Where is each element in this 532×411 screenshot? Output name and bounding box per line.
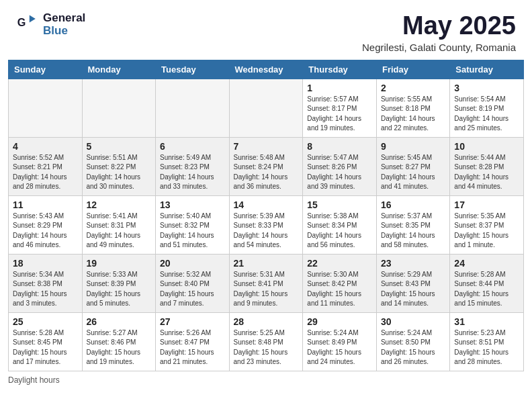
cell-info: Sunrise: 5:45 AM Sunset: 8:27 PM Dayligh… [381,153,445,192]
table-row [156,79,230,137]
table-row: 27Sunrise: 5:26 AM Sunset: 8:47 PM Dayli… [156,312,230,371]
table-row: 17Sunrise: 5:35 AM Sunset: 8:37 PM Dayli… [450,195,524,254]
month-year-title: May 2025 [362,12,516,40]
location-subtitle: Negrilesti, Galati County, Romania [362,42,516,53]
header-sunday: Sunday [9,60,83,79]
table-row: 11Sunrise: 5:43 AM Sunset: 8:29 PM Dayli… [9,195,83,254]
cell-info: Sunrise: 5:26 AM Sunset: 8:47 PM Dayligh… [160,328,225,367]
day-number: 10 [454,141,519,152]
table-row: 13Sunrise: 5:40 AM Sunset: 8:32 PM Dayli… [156,195,230,254]
table-row: 16Sunrise: 5:37 AM Sunset: 8:35 PM Dayli… [376,195,449,254]
cell-info: Sunrise: 5:47 AM Sunset: 8:26 PM Dayligh… [307,153,372,192]
cell-info: Sunrise: 5:38 AM Sunset: 8:34 PM Dayligh… [307,212,372,250]
cell-info: Sunrise: 5:33 AM Sunset: 8:39 PM Dayligh… [87,270,152,309]
daylight-label: Daylight hours [8,375,60,385]
table-row: 22Sunrise: 5:30 AM Sunset: 8:42 PM Dayli… [303,254,377,312]
cell-info: Sunrise: 5:55 AM Sunset: 8:18 PM Dayligh… [381,95,445,134]
day-number: 26 [87,316,152,327]
calendar-header: Sunday Monday Tuesday Wednesday Thursday… [9,60,524,79]
table-row [82,79,156,137]
day-number: 16 [381,199,445,210]
svg-text:G: G [17,15,26,28]
day-number: 19 [87,258,152,269]
table-row: 10Sunrise: 5:44 AM Sunset: 8:28 PM Dayli… [450,137,524,195]
table-row: 31Sunrise: 5:23 AM Sunset: 8:51 PM Dayli… [450,312,524,371]
table-row: 6Sunrise: 5:49 AM Sunset: 8:23 PM Daylig… [156,137,230,195]
table-row: 21Sunrise: 5:31 AM Sunset: 8:41 PM Dayli… [229,254,303,312]
table-row: 18Sunrise: 5:34 AM Sunset: 8:38 PM Dayli… [9,254,83,312]
cell-info: Sunrise: 5:48 AM Sunset: 8:24 PM Dayligh… [234,153,299,192]
cell-info: Sunrise: 5:24 AM Sunset: 8:49 PM Dayligh… [307,328,372,367]
cell-info: Sunrise: 5:24 AM Sunset: 8:50 PM Dayligh… [381,328,445,367]
logo-blue: Blue [43,25,85,38]
page-header: G General Blue May 2025 Negrilesti, Gala… [0,0,532,60]
day-number: 21 [234,258,299,269]
cell-info: Sunrise: 5:41 AM Sunset: 8:31 PM Dayligh… [87,212,152,250]
cell-info: Sunrise: 5:52 AM Sunset: 8:21 PM Dayligh… [13,153,78,192]
logo: G General Blue [16,12,85,37]
table-row: 2Sunrise: 5:55 AM Sunset: 8:18 PM Daylig… [376,79,449,137]
day-number: 9 [381,141,445,152]
table-row: 3Sunrise: 5:54 AM Sunset: 8:19 PM Daylig… [450,79,524,137]
day-number: 22 [307,258,372,269]
table-row: 8Sunrise: 5:47 AM Sunset: 8:26 PM Daylig… [303,137,377,195]
cell-info: Sunrise: 5:57 AM Sunset: 8:17 PM Dayligh… [307,95,372,134]
header-tuesday: Tuesday [156,60,230,79]
footer: Daylight hours [0,371,532,389]
cell-info: Sunrise: 5:49 AM Sunset: 8:23 PM Dayligh… [160,153,225,192]
table-row: 29Sunrise: 5:24 AM Sunset: 8:49 PM Dayli… [303,312,377,371]
day-number: 23 [381,258,445,269]
logo-icon: G [16,13,40,37]
table-row: 23Sunrise: 5:29 AM Sunset: 8:43 PM Dayli… [376,254,449,312]
title-block: May 2025 Negrilesti, Galati County, Roma… [362,12,516,53]
table-row: 12Sunrise: 5:41 AM Sunset: 8:31 PM Dayli… [82,195,156,254]
table-row: 7Sunrise: 5:48 AM Sunset: 8:24 PM Daylig… [229,137,303,195]
day-number: 17 [454,199,519,210]
table-row: 14Sunrise: 5:39 AM Sunset: 8:33 PM Dayli… [229,195,303,254]
day-number: 20 [160,258,225,269]
day-number: 18 [13,258,78,269]
day-number: 27 [160,316,225,327]
logo-general: General [43,12,85,25]
header-friday: Friday [376,60,449,79]
cell-info: Sunrise: 5:35 AM Sunset: 8:37 PM Dayligh… [454,212,519,250]
day-number: 12 [87,199,152,210]
day-number: 11 [13,199,78,210]
day-number: 14 [234,199,299,210]
day-number: 7 [234,141,299,152]
cell-info: Sunrise: 5:27 AM Sunset: 8:46 PM Dayligh… [87,328,152,367]
day-number: 28 [234,316,299,327]
table-row: 19Sunrise: 5:33 AM Sunset: 8:39 PM Dayli… [82,254,156,312]
table-row: 24Sunrise: 5:28 AM Sunset: 8:44 PM Dayli… [450,254,524,312]
day-number: 8 [307,141,372,152]
cell-info: Sunrise: 5:34 AM Sunset: 8:38 PM Dayligh… [13,270,78,309]
header-monday: Monday [82,60,156,79]
logo-text: General Blue [43,12,85,37]
cell-info: Sunrise: 5:31 AM Sunset: 8:41 PM Dayligh… [234,270,299,309]
table-row: 5Sunrise: 5:51 AM Sunset: 8:22 PM Daylig… [82,137,156,195]
day-number: 13 [160,199,225,210]
day-number: 29 [307,316,372,327]
cell-info: Sunrise: 5:44 AM Sunset: 8:28 PM Dayligh… [454,153,519,192]
day-number: 24 [454,258,519,269]
cell-info: Sunrise: 5:32 AM Sunset: 8:40 PM Dayligh… [160,270,225,309]
header-thursday: Thursday [303,60,377,79]
table-row: 4Sunrise: 5:52 AM Sunset: 8:21 PM Daylig… [9,137,83,195]
table-row: 26Sunrise: 5:27 AM Sunset: 8:46 PM Dayli… [82,312,156,371]
table-row: 30Sunrise: 5:24 AM Sunset: 8:50 PM Dayli… [376,312,449,371]
table-row [229,79,303,137]
day-number: 25 [13,316,78,327]
day-number: 1 [307,83,372,93]
cell-info: Sunrise: 5:37 AM Sunset: 8:35 PM Dayligh… [381,212,445,250]
calendar-body: 1Sunrise: 5:57 AM Sunset: 8:17 PM Daylig… [9,79,524,371]
cell-info: Sunrise: 5:40 AM Sunset: 8:32 PM Dayligh… [160,212,225,250]
table-row: 9Sunrise: 5:45 AM Sunset: 8:27 PM Daylig… [376,137,449,195]
cell-info: Sunrise: 5:29 AM Sunset: 8:43 PM Dayligh… [381,270,445,309]
cell-info: Sunrise: 5:43 AM Sunset: 8:29 PM Dayligh… [13,212,78,250]
day-number: 30 [381,316,445,327]
day-number: 15 [307,199,372,210]
day-number: 3 [454,83,519,93]
cell-info: Sunrise: 5:54 AM Sunset: 8:19 PM Dayligh… [454,95,519,134]
cell-info: Sunrise: 5:39 AM Sunset: 8:33 PM Dayligh… [234,212,299,250]
calendar-table: Sunday Monday Tuesday Wednesday Thursday… [8,60,524,371]
